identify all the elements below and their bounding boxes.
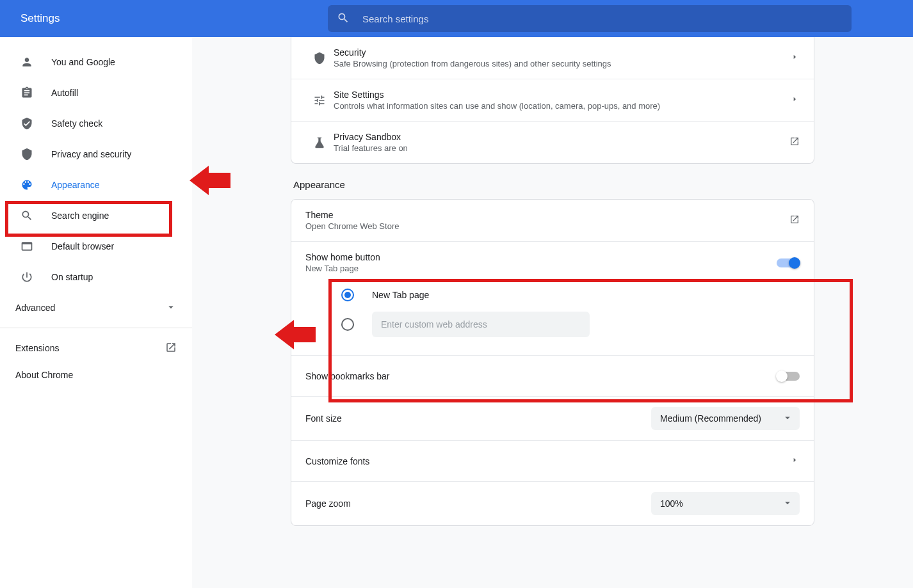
sidebar-item-label: Autofill: [51, 88, 78, 98]
row-title: Privacy Sandbox: [334, 132, 789, 142]
chevron-down-icon: [165, 301, 177, 315]
row-site-settings[interactable]: Site Settings Controls what information …: [291, 79, 814, 121]
sidebar-item-label: Appearance: [51, 180, 100, 190]
search-icon: [337, 12, 362, 26]
sidebar-item-label: Default browser: [51, 241, 114, 251]
select-font-size[interactable]: Medium (Recommended): [651, 407, 800, 430]
sidebar-item-label: You and Google: [51, 57, 115, 67]
home-button-options: New Tab page: [291, 283, 814, 355]
main-content: Security Safe Browsing (protection from …: [192, 37, 913, 588]
sidebar-item-safety-check[interactable]: Safety check: [0, 110, 179, 137]
flask-icon: [305, 136, 334, 149]
sidebar-item-label: Safety check: [51, 118, 102, 129]
row-subtitle: Trial features are on: [334, 143, 789, 153]
row-title: Show home button: [305, 252, 777, 262]
radio-row-newtab[interactable]: New Tab page: [291, 283, 814, 306]
radio-row-custom[interactable]: [291, 306, 814, 342]
power-icon: [20, 271, 33, 283]
palette-icon: [20, 179, 33, 191]
row-subtitle: Controls what information sites can use …: [334, 101, 789, 111]
sidebar-item-label: Search engine: [51, 211, 109, 221]
clipboard-icon: [20, 86, 33, 99]
section-header-appearance: Appearance: [293, 179, 814, 190]
toggle-show-bookmarks[interactable]: [777, 372, 800, 381]
row-subtitle: Open Chrome Web Store: [305, 221, 789, 231]
person-icon: [20, 56, 33, 68]
open-in-new-icon: [165, 342, 177, 355]
search-bar[interactable]: Search settings: [328, 5, 852, 32]
sidebar-link-about[interactable]: About Chrome: [0, 362, 192, 388]
sidebar-item-label: Privacy and security: [51, 149, 131, 159]
tune-icon: [305, 94, 334, 107]
radio-newtab[interactable]: [341, 289, 354, 301]
page-title: Settings: [20, 12, 328, 25]
search-icon: [20, 209, 33, 222]
row-title: Security: [334, 47, 789, 58]
browser-icon: [20, 240, 33, 253]
radio-label: New Tab page: [372, 290, 429, 300]
chevron-down-icon: [782, 412, 793, 425]
sidebar-item-default-browser[interactable]: Default browser: [0, 233, 179, 260]
row-title: Theme: [305, 210, 789, 220]
appearance-card: Theme Open Chrome Web Store Show home bu…: [291, 199, 814, 526]
sidebar-item-startup[interactable]: On startup: [0, 264, 179, 290]
sidebar-item-autofill[interactable]: Autofill: [0, 79, 179, 106]
chevron-right-icon: [789, 455, 800, 468]
row-subtitle: Safe Browsing (protection from dangerous…: [334, 59, 789, 68]
open-in-new-icon: [789, 214, 800, 227]
open-in-new-icon: [789, 136, 800, 149]
shield-icon: [305, 52, 334, 65]
row-customize-fonts[interactable]: Customize fonts: [291, 440, 814, 481]
sidebar-link-extensions[interactable]: Extensions: [0, 335, 192, 362]
privacy-card: Security Safe Browsing (protection from …: [291, 37, 814, 164]
row-show-home-button: Show home button New Tab page: [291, 241, 814, 283]
sidebar-item-privacy[interactable]: Privacy and security: [0, 141, 179, 168]
advanced-label: Advanced: [15, 303, 55, 313]
row-title: Show bookmarks bar: [305, 371, 777, 381]
select-value: 100%: [660, 498, 683, 509]
row-subtitle: New Tab page: [305, 264, 777, 273]
row-title: Customize fonts: [305, 456, 789, 466]
radio-custom[interactable]: [341, 318, 354, 331]
sidebar: You and Google Autofill Safety check Pri…: [0, 37, 192, 588]
sidebar-item-you-and-google[interactable]: You and Google: [0, 49, 179, 75]
toggle-show-home-button[interactable]: [777, 258, 800, 267]
chevron-right-icon: [789, 52, 800, 65]
custom-address-input[interactable]: [372, 312, 590, 337]
divider: [0, 328, 192, 328]
row-privacy-sandbox[interactable]: Privacy Sandbox Trial features are on: [291, 121, 814, 163]
about-label: About Chrome: [15, 370, 73, 380]
sidebar-item-appearance[interactable]: Appearance: [0, 171, 179, 198]
row-font-size: Font size Medium (Recommended): [291, 396, 814, 440]
row-security[interactable]: Security Safe Browsing (protection from …: [291, 37, 814, 79]
row-show-bookmarks: Show bookmarks bar: [291, 355, 814, 396]
row-title: Font size: [305, 413, 651, 424]
row-theme[interactable]: Theme Open Chrome Web Store: [291, 200, 814, 241]
sidebar-item-search-engine[interactable]: Search engine: [0, 202, 179, 229]
chevron-down-icon: [782, 497, 793, 511]
verified-shield-icon: [20, 117, 33, 130]
select-page-zoom[interactable]: 100%: [651, 492, 800, 515]
header: Settings Search settings: [0, 0, 913, 37]
chevron-right-icon: [789, 94, 800, 107]
sidebar-advanced[interactable]: Advanced: [0, 294, 192, 321]
shield-icon: [20, 148, 33, 161]
search-placeholder: Search settings: [362, 13, 428, 24]
select-value: Medium (Recommended): [660, 413, 761, 424]
row-title: Page zoom: [305, 498, 651, 509]
extensions-label: Extensions: [15, 343, 59, 353]
row-title: Site Settings: [334, 90, 789, 100]
row-page-zoom: Page zoom 100%: [291, 481, 814, 525]
sidebar-item-label: On startup: [51, 272, 93, 282]
